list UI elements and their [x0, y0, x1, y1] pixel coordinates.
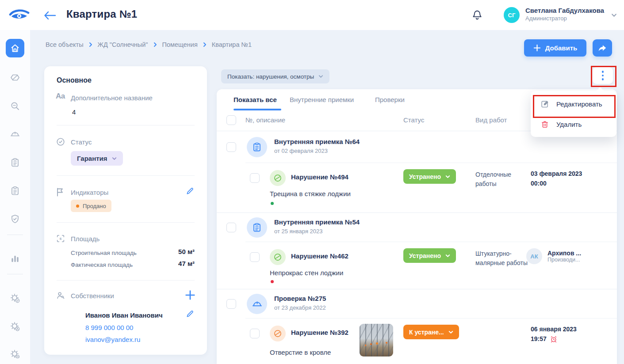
status-dropdown-button[interactable]: К устране... — [403, 325, 459, 339]
sidebar — [0, 30, 30, 364]
sidebar-item-acceptances[interactable] — [10, 157, 20, 168]
owner-phone-link[interactable]: 8 999 000 00 00 — [85, 324, 133, 331]
owner-name: Иванов Иван Иванович — [85, 311, 163, 319]
status-value: Гарантия — [77, 155, 107, 162]
area-row-value: 50 м² — [178, 248, 195, 255]
violation-row-462[interactable]: Нарушение №462 Непрокрас стен лоджии Уст… — [217, 242, 617, 289]
breadcrumb-item[interactable]: Помещения — [162, 41, 198, 48]
due-time: 00:00 — [531, 179, 613, 189]
chevron-right-icon — [89, 42, 92, 47]
tab-internal-acceptances[interactable]: Внутренние приемки — [290, 96, 354, 103]
user-menu-chevron-icon[interactable] — [611, 13, 617, 17]
divider — [57, 125, 195, 125]
violation-row-392[interactable]: Нарушение №392 Отверстие в кровле К устр… — [217, 318, 617, 364]
sidebar-item-violations[interactable] — [10, 72, 20, 83]
assignee-name: Архипов ... — [547, 250, 581, 257]
user-avatar[interactable]: СГ — [504, 7, 520, 23]
breadcrumb-item-current[interactable]: Квартира №1 — [212, 41, 252, 48]
more-actions-kebab-button[interactable] — [593, 67, 613, 84]
work-type: Штукатурно-малярные работы — [475, 249, 528, 268]
due-date-cell: 03 февраля 2023 00:00 — [531, 169, 613, 188]
row-checkbox[interactable] — [226, 223, 236, 232]
breadcrumb-item[interactable]: ЖД "Солнечный" — [98, 41, 148, 48]
tab-inspections[interactable]: Проверки — [375, 96, 405, 103]
show-filter-dropdown[interactable]: Показать: нарушения, осмотры — [221, 69, 329, 83]
group-title[interactable]: Внутренняя приемка №54 — [274, 218, 360, 226]
group-title[interactable]: Внутренняя приемка №64 — [274, 138, 360, 145]
column-header-status: Статус — [403, 116, 424, 124]
owners-label: Собственники — [71, 292, 114, 300]
menu-item-edit-label: Редактировать — [556, 100, 602, 108]
violation-no-entry-icon — [270, 249, 286, 265]
assignee-cell[interactable]: АК Архипов ... Производи... — [526, 248, 581, 264]
add-button[interactable]: Добавить — [524, 39, 586, 57]
edit-indicators-pencil-icon[interactable] — [186, 186, 195, 195]
row-checkbox[interactable] — [226, 299, 236, 309]
row-checkbox[interactable] — [250, 173, 260, 183]
sidebar-item-checklists[interactable] — [10, 186, 20, 196]
edit-owner-pencil-icon[interactable] — [186, 309, 195, 318]
user-name: Светлана Габдулхакова — [525, 7, 604, 15]
notifications-bell-icon[interactable] — [471, 9, 483, 21]
group-row-acceptance-54[interactable]: Внутренняя приемка №54 от 25 января 2023 — [217, 213, 617, 242]
group-date: от 02 февраля 2023 — [274, 148, 328, 154]
share-button[interactable] — [593, 39, 612, 57]
due-date: 03 февраля 2023 — [531, 169, 613, 179]
violation-photo-thumbnail[interactable] — [360, 324, 393, 356]
violation-row-494[interactable]: Нарушение №494 Трещина в стяжке лоджии У… — [217, 163, 617, 213]
sidebar-item-construction[interactable] — [10, 129, 20, 140]
back-button[interactable] — [43, 10, 58, 21]
row-checkbox[interactable] — [226, 142, 236, 152]
due-date: 06 января 2023 — [531, 325, 613, 334]
breadcrumb-item[interactable]: Все объекты — [46, 41, 84, 48]
plus-icon — [533, 44, 541, 52]
details-panel: Основное Aa Дополнительное название 4 Ст… — [44, 66, 207, 355]
add-owner-plus-icon[interactable] — [185, 290, 195, 300]
menu-item-delete[interactable]: Удалить — [531, 114, 616, 134]
share-forward-icon — [597, 43, 607, 53]
group-row-inspection-275[interactable]: Проверка №275 от 23 декабря 2022 — [217, 289, 617, 318]
sidebar-item-settings-check[interactable] — [10, 293, 20, 303]
sidebar-item-warranty[interactable] — [10, 214, 20, 224]
chevron-down-icon — [445, 175, 450, 178]
status-dropdown-button[interactable]: Устранено — [403, 169, 456, 184]
select-all-checkbox[interactable] — [226, 115, 236, 125]
gear-badge-icon — [10, 349, 20, 360]
work-type: Отделочные работы — [475, 170, 528, 189]
row-checkbox[interactable] — [250, 252, 260, 262]
app-screen: Квартира №1 СГ Светлана Габдулхакова Адм… — [0, 0, 624, 364]
menu-item-edit[interactable]: Редактировать — [531, 94, 616, 114]
violation-number[interactable]: Нарушение №494 — [291, 173, 348, 181]
alarm-clock-icon — [550, 335, 558, 343]
menu-item-delete-label: Удалить — [556, 121, 582, 128]
violation-number[interactable]: Нарушение №462 — [291, 252, 348, 260]
sidebar-item-settings-users[interactable] — [10, 321, 20, 332]
status-dropdown[interactable]: Гарантия — [71, 151, 123, 166]
extra-name-value: 4 — [72, 108, 76, 116]
status-label: К устране... — [409, 329, 444, 336]
kebab-dot — [602, 75, 604, 77]
chevron-down-icon — [112, 157, 117, 160]
sidebar-item-objects[interactable] — [6, 39, 24, 57]
flag-icon — [56, 187, 65, 197]
app-logo-eye-icon — [9, 8, 30, 22]
group-date: от 23 декабря 2022 — [274, 304, 326, 311]
area-row-label: Фактическая площадь — [71, 262, 133, 268]
row-checkbox[interactable] — [250, 329, 260, 338]
assignee-role: Производи... — [547, 257, 581, 263]
group-title[interactable]: Проверка №275 — [274, 295, 326, 302]
comment-red-dot-icon — [271, 280, 274, 283]
tab-show-all[interactable]: Показать все — [234, 96, 277, 103]
home-icon — [10, 43, 20, 53]
page-title: Квартира №1 — [66, 8, 137, 20]
acceptance-clipboard-icon — [247, 137, 267, 157]
sidebar-item-search[interactable] — [10, 101, 20, 111]
sidebar-item-settings-system[interactable] — [10, 349, 20, 360]
owner-email-link[interactable]: ivanov@yandex.ru — [85, 336, 140, 343]
violation-number[interactable]: Нарушение №392 — [291, 329, 348, 336]
edit-square-pencil-icon — [540, 99, 549, 109]
bar-chart-icon — [10, 253, 20, 264]
status-dropdown-button[interactable]: Устранено — [403, 248, 456, 263]
inspection-helmet-icon — [247, 294, 267, 314]
sidebar-item-analytics[interactable] — [10, 253, 20, 264]
